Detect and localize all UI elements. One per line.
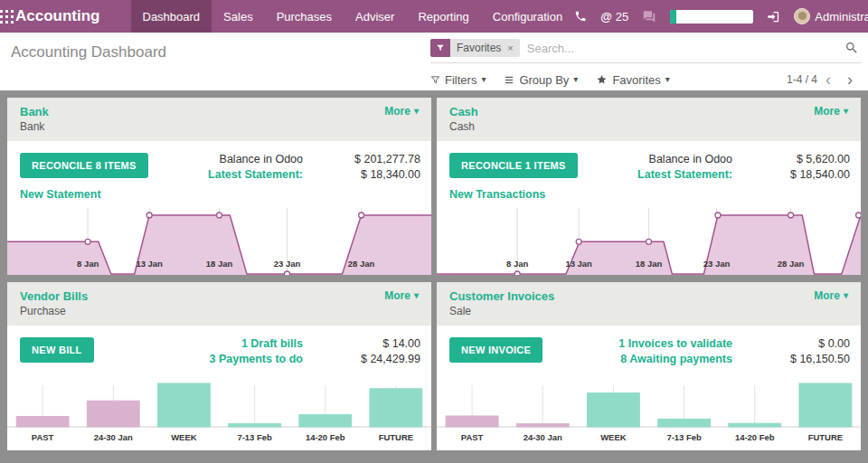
svg-text:23 Jan: 23 Jan (274, 259, 301, 269)
cash-summary: Balance in Odoo $ 5,620.00 Latest Statem… (637, 153, 850, 181)
nav-item-adviser[interactable]: Adviser (344, 0, 406, 33)
nav-item-dashboard[interactable]: Dashboard (131, 0, 212, 33)
hamburger-icon (504, 75, 514, 85)
cash-card: Cash Cash More▾ RECONCILE 1 ITEMS New Tr… (437, 98, 861, 275)
svg-text:14-20 Feb: 14-20 Feb (306, 432, 345, 442)
balance-label: Balance in Odoo (637, 153, 732, 165)
control-panel: Accounting Dashboard Favorites × Filters (0, 33, 868, 90)
latest-statement-link[interactable]: Latest Statement: (637, 168, 732, 181)
new-invoice-button[interactable]: NEW INVOICE (449, 337, 542, 363)
activities-badge[interactable]: @ 25 (600, 10, 628, 24)
svg-text:24-30 Jan: 24-30 Jan (94, 432, 133, 442)
cash-more-button[interactable]: More▾ (814, 105, 848, 118)
phone-icon[interactable] (574, 10, 587, 23)
bank-card: Bank Bank More▾ RECONCILE 8 ITEMS New St… (7, 98, 431, 275)
svg-text:WEEK: WEEK (171, 432, 197, 442)
messages-icon[interactable] (642, 10, 656, 24)
cash-card-subtitle: Cash (449, 120, 478, 133)
vendor-bills-card-subtitle: Purchase (20, 305, 88, 317)
search-bar[interactable]: Favorites × (430, 39, 861, 63)
app-brand[interactable]: Accounting (14, 7, 131, 25)
prev-page-button[interactable]: ‹ (817, 71, 839, 88)
main-menu: Dashboard Sales Purchases Adviser Report… (131, 0, 575, 33)
customer-invoices-more-button[interactable]: More▾ (814, 289, 848, 302)
customer-invoices-summary: 1 Invoices to validate $ 0.00 8 Awaiting… (618, 337, 850, 365)
bank-balance-chart: 8 Jan13 Jan18 Jan23 Jan28 Jan (7, 203, 431, 275)
sign-in-icon[interactable] (767, 10, 780, 24)
chevron-down-icon: ▾ (573, 75, 578, 84)
new-bill-button[interactable]: NEW BILL (20, 337, 94, 363)
svg-text:18 Jan: 18 Jan (206, 259, 233, 269)
at-icon: @ (600, 10, 612, 24)
latest-statement-link[interactable]: Latest Statement: (208, 168, 303, 181)
vendor-bills-card-title[interactable]: Vendor Bills (20, 289, 88, 303)
facet-label: Favorites (457, 42, 501, 54)
customer-invoices-chart: PAST24-30 JanWEEK7-13 Feb14-20 FebFUTURE (437, 376, 861, 447)
chevron-down-icon: ▾ (665, 75, 670, 84)
user-menu[interactable]: Administrator ▾ (794, 8, 868, 24)
dashboard-grid: Bank Bank More▾ RECONCILE 8 ITEMS New St… (0, 90, 868, 458)
balance-label: Balance in Odoo (208, 153, 303, 165)
svg-text:24-30 Jan: 24-30 Jan (524, 432, 562, 442)
filters-button[interactable]: Filters ▾ (430, 73, 486, 87)
chevron-down-icon: ▾ (844, 107, 848, 116)
invoices-to-validate-link[interactable]: 1 Invoices to validate (618, 337, 732, 350)
close-icon[interactable]: × (507, 43, 513, 53)
nav-item-configuration[interactable]: Configuration (481, 0, 574, 33)
group-by-button[interactable]: Group By ▾ (504, 73, 578, 87)
payments-to-do-value: $ 24,429.99 (326, 353, 420, 365)
draft-bills-value: $ 14.00 (326, 337, 420, 350)
svg-text:8 Jan: 8 Jan (506, 259, 528, 269)
svg-text:7-13 Feb: 7-13 Feb (237, 432, 272, 442)
draft-bills-link[interactable]: 1 Draft bills (210, 337, 304, 350)
search-facet-favorites[interactable]: Favorites × (430, 39, 520, 57)
svg-text:28 Jan: 28 Jan (778, 259, 805, 269)
svg-text:FUTURE: FUTURE (379, 432, 413, 442)
chevron-down-icon: ▾ (414, 107, 419, 116)
filter-funnel-icon (430, 39, 450, 57)
vendor-bills-card: Vendor Bills Purchase More▾ NEW BILL 1 D… (7, 282, 431, 450)
customer-invoices-card-subtitle: Sale (449, 305, 554, 317)
svg-text:14-20 Feb: 14-20 Feb (735, 432, 775, 442)
vendor-bills-summary: 1 Draft bills $ 14.00 3 Payments to do $… (210, 337, 421, 365)
reconcile-items-button[interactable]: RECONCILE 1 ITEMS (449, 153, 578, 178)
search-icon[interactable] (843, 41, 861, 55)
favorites-button[interactable]: Favorites ▾ (596, 73, 670, 87)
customer-invoices-card-title[interactable]: Customer Invoices (449, 289, 554, 303)
next-page-button[interactable]: › (839, 71, 861, 88)
svg-text:WEEK: WEEK (600, 432, 627, 442)
activity-count: 25 (616, 10, 628, 24)
svg-text:18 Jan: 18 Jan (636, 259, 663, 269)
new-statement-link[interactable]: New Statement (20, 188, 101, 201)
svg-text:23 Jan: 23 Jan (703, 259, 731, 269)
page-title: Accounting Dashboard (11, 43, 166, 61)
cash-card-title[interactable]: Cash (449, 105, 478, 118)
search-options-row: Filters ▾ Group By ▾ Favorites ▾ 1-4 / 4… (430, 71, 861, 88)
pager: 1-4 / 4 ‹ › (787, 71, 861, 88)
apps-grid-icon[interactable] (0, 0, 14, 33)
nav-item-reporting[interactable]: Reporting (406, 0, 480, 33)
search-input[interactable] (527, 42, 843, 55)
latest-statement-value: $ 18,540.00 (756, 168, 850, 181)
chevron-down-icon: ▾ (481, 75, 486, 84)
cash-balance-chart: 8 Jan13 Jan18 Jan23 Jan28 Jan (437, 203, 861, 275)
nav-item-purchases[interactable]: Purchases (265, 0, 344, 33)
chevron-down-icon: ▾ (844, 291, 848, 300)
customer-invoices-card: Customer Invoices Sale More▾ NEW INVOICE… (437, 282, 861, 450)
awaiting-payments-link[interactable]: 8 Awaiting payments (618, 353, 732, 365)
top-navbar: Accounting Dashboard Sales Purchases Adv… (0, 0, 868, 33)
svg-text:PAST: PAST (32, 432, 54, 442)
bank-more-button[interactable]: More▾ (384, 105, 419, 118)
svg-text:PAST: PAST (461, 432, 484, 442)
pager-range: 1-4 / 4 (787, 73, 817, 86)
nav-item-sales[interactable]: Sales (212, 0, 265, 33)
payments-to-do-link[interactable]: 3 Payments to do (210, 353, 304, 365)
new-transactions-link[interactable]: New Transactions (449, 188, 545, 201)
vendor-bills-chart: PAST24-30 JanWEEK7-13 Feb14-20 FebFUTURE (7, 376, 431, 447)
user-name: Administrator (815, 10, 868, 24)
awaiting-payments-value: $ 16,150.50 (756, 353, 850, 365)
vendor-bills-more-button[interactable]: More▾ (384, 289, 419, 302)
progress-fill (670, 10, 676, 24)
reconcile-items-button[interactable]: RECONCILE 8 ITEMS (20, 153, 148, 178)
bank-card-title[interactable]: Bank (20, 105, 49, 118)
